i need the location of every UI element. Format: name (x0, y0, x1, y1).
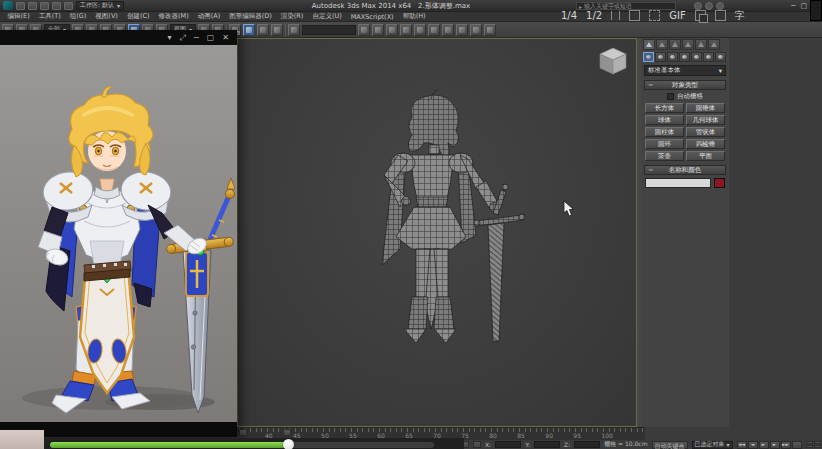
next-frame-button[interactable]: ► (770, 441, 780, 449)
primitive-button[interactable]: 几何球体 (686, 115, 725, 125)
tab-hierarchy[interactable] (669, 39, 681, 50)
primitive-button[interactable]: 圆柱体 (645, 127, 684, 137)
menu-item[interactable]: 帮助(H) (398, 12, 430, 21)
object-color-swatch[interactable] (714, 178, 725, 188)
primitive-button[interactable]: 四棱锥 (686, 139, 725, 149)
schematic-view-icon[interactable] (428, 24, 440, 36)
coord-mode-icon[interactable] (473, 441, 481, 448)
menu-item[interactable]: 图形编辑器(D) (225, 12, 277, 21)
auto-key-button[interactable]: 自动关键点 (652, 441, 688, 449)
object-name-field[interactable] (645, 178, 711, 188)
max-application-button[interactable] (3, 1, 13, 10)
undo-icon[interactable] (52, 2, 61, 10)
tab-display[interactable] (695, 39, 707, 50)
primitive-button[interactable]: 管状体 (686, 127, 725, 137)
go-to-end-button[interactable]: ►► (781, 441, 791, 449)
render-setup-icon[interactable] (456, 24, 468, 36)
y-coordinate-field[interactable] (534, 441, 560, 448)
menu-item[interactable]: 修改器(M) (154, 12, 193, 21)
maximize-button[interactable]: ▢ (207, 33, 215, 42)
tab-create[interactable] (643, 39, 655, 50)
percent-snap-icon[interactable] (257, 24, 269, 36)
key-mode-button[interactable] (792, 441, 802, 449)
minimize-button[interactable]: ─ (194, 33, 199, 42)
spinner-snap-icon[interactable] (271, 24, 283, 36)
name-color-rollout-header[interactable]: − 名称和颜色 (644, 165, 726, 175)
redo-icon[interactable] (64, 2, 73, 10)
primitive-button[interactable]: 茶壶 (645, 151, 684, 161)
primitive-button[interactable]: 圆锥体 (686, 103, 725, 113)
subcat-geometry-icon[interactable] (643, 52, 654, 62)
menu-item[interactable]: 动画(A) (193, 12, 225, 21)
half-size-button[interactable]: 1/2 (586, 10, 602, 21)
menu-item[interactable]: 视图(V) (91, 12, 123, 21)
menu-item[interactable]: MAXScript(X) (346, 13, 398, 21)
viewcube[interactable] (599, 45, 627, 75)
object-type-rollout-header[interactable]: − 对象类型 (644, 80, 726, 90)
render-production-icon[interactable] (484, 24, 496, 36)
subcat-spacewarps-icon[interactable] (703, 52, 714, 62)
z-coordinate-field[interactable] (574, 441, 600, 448)
menu-item[interactable]: 自定义(U) (308, 12, 346, 21)
material-editor-icon[interactable] (442, 24, 454, 36)
go-to-start-button[interactable]: ◄◄ (737, 441, 747, 449)
maximize-button[interactable]: ▢ (801, 2, 808, 10)
primitive-button[interactable]: 长方体 (645, 103, 684, 113)
primitive-button[interactable]: 圆环 (645, 139, 684, 149)
align-icon[interactable] (372, 24, 384, 36)
timeline-options-icon[interactable] (283, 429, 291, 436)
recorder-edge-button[interactable] (810, 0, 822, 21)
save-file-icon[interactable] (40, 2, 49, 10)
primitive-category-dropdown[interactable]: 标准基本体 ▾ (644, 65, 726, 76)
tab-motion[interactable] (682, 39, 694, 50)
subcat-helpers-icon[interactable] (691, 52, 702, 62)
play-button[interactable]: ► (759, 441, 769, 449)
video-progress-bar[interactable] (44, 438, 464, 449)
menu-item[interactable]: 创建(C) (122, 12, 154, 21)
viewport-nav-controls[interactable] (806, 441, 821, 448)
menu-item[interactable]: 编辑(E) (3, 12, 34, 21)
perspective-viewport[interactable] (237, 38, 637, 427)
mini-curve-editor-button[interactable] (239, 429, 247, 436)
menu-item[interactable]: 渲染(R) (276, 12, 308, 21)
x-coordinate-field[interactable] (495, 441, 521, 448)
subcat-lights-icon[interactable] (667, 52, 678, 62)
image-viewer-titlebar[interactable]: ▾ ⤢ ─ ▢ ✕ (0, 30, 237, 45)
curve-editor-icon[interactable] (414, 24, 426, 36)
window-capture-icon[interactable] (629, 10, 640, 21)
crop-width-icon[interactable] (611, 11, 620, 20)
primitive-button[interactable]: 平面 (686, 151, 725, 161)
video-progress-knob[interactable] (283, 439, 294, 449)
subcat-systems-icon[interactable] (715, 52, 726, 62)
quarter-size-button[interactable]: 1/4 (561, 10, 577, 21)
chevron-down-icon[interactable]: ▾ (167, 33, 171, 42)
text-tool-button[interactable]: 字 (735, 9, 745, 23)
subcat-shapes-icon[interactable] (655, 52, 666, 62)
layers-capture-icon[interactable] (695, 10, 706, 21)
workspace-dropdown[interactable]: 工作区: 默认 ▾ (76, 1, 124, 10)
fullscreen-icon[interactable]: ⤢ (180, 33, 186, 43)
named-selection-field[interactable] (302, 25, 356, 35)
draw-tool-icon[interactable] (715, 10, 726, 21)
video-progress-track[interactable] (50, 442, 434, 448)
gif-button[interactable]: GIF (669, 10, 685, 21)
edit-named-selection-icon[interactable] (288, 24, 300, 36)
autogrid-checkbox[interactable] (667, 93, 674, 100)
menu-item[interactable]: 组(G) (65, 12, 91, 21)
minimize-button[interactable]: ─ (791, 2, 795, 10)
tab-utilities[interactable] (708, 39, 720, 50)
close-button[interactable]: ✕ (222, 33, 229, 42)
new-scene-icon[interactable] (16, 2, 25, 10)
graphite-ribbon-icon[interactable] (400, 24, 412, 36)
wireframe-model[interactable] (238, 39, 638, 428)
tab-modify[interactable] (656, 39, 668, 50)
layer-manager-icon[interactable] (386, 24, 398, 36)
menu-item[interactable]: 工具(T) (34, 12, 65, 21)
region-capture-icon[interactable] (649, 10, 660, 21)
mirror-icon[interactable] (358, 24, 370, 36)
key-filter-dropdown[interactable]: 已选定对象 ▾ (692, 441, 733, 449)
open-file-icon[interactable] (28, 2, 37, 10)
primitive-button[interactable]: 球体 (645, 115, 684, 125)
subcat-cameras-icon[interactable] (679, 52, 690, 62)
angle-snap-icon[interactable] (243, 24, 255, 36)
